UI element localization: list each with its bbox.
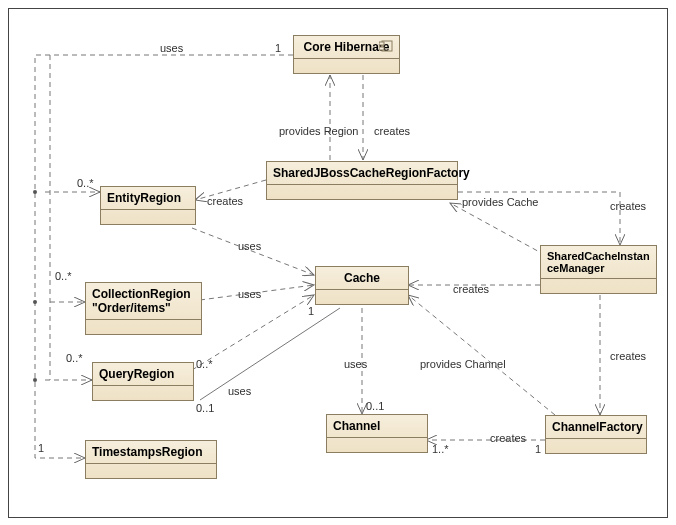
provides-cache-label: provides Cache — [462, 196, 538, 208]
entity-region-class: EntityRegion — [100, 186, 196, 225]
creates-label: creates — [374, 125, 410, 137]
mult-ts-zeroone: 0..1 — [196, 402, 214, 414]
channelfactory-title: ChannelFactory — [546, 416, 646, 439]
mult-cache-one: 1 — [308, 305, 314, 317]
svg-rect-4 — [379, 42, 384, 45]
creates-label-5: creates — [610, 350, 646, 362]
mult-core-one: 1 — [275, 42, 281, 54]
collection-title: CollectionRegion "Order/items" — [86, 283, 201, 320]
mult-cfactory-one: 1 — [535, 443, 541, 455]
uses-label-3: uses — [238, 240, 261, 252]
query-title: QueryRegion — [93, 363, 193, 386]
mult-timestamps-one: 1 — [38, 442, 44, 454]
mult-entity-many: 0..* — [77, 177, 94, 189]
collection-region-class: CollectionRegion "Order/items" — [85, 282, 202, 335]
manager-title: SharedCacheInstanceManager — [541, 246, 656, 279]
mult-query-many: 0..* — [66, 352, 83, 364]
mult-query-zero: 0..* — [196, 358, 213, 370]
uses-label: uses — [160, 42, 183, 54]
uses-label-2: uses — [344, 358, 367, 370]
uses-label-4: uses — [238, 288, 261, 300]
shared-cache-instance-manager-class: SharedCacheInstanceManager — [540, 245, 657, 294]
diagram-canvas: Factory --> Core --> EntityRegion --> Sh… — [0, 0, 676, 525]
uses-label-5: uses — [228, 385, 251, 397]
creates-label-4: creates — [453, 283, 489, 295]
mult-channel-zeroone: 0..1 — [366, 400, 384, 412]
shared-region-factory-class: SharedJBossCacheRegionFactory — [266, 161, 458, 200]
creates-label-6: creates — [490, 432, 526, 444]
creates-label-2: creates — [207, 195, 243, 207]
entity-title: EntityRegion — [101, 187, 195, 210]
channel-title: Channel — [327, 415, 427, 438]
svg-rect-5 — [379, 47, 384, 50]
factory-title: SharedJBossCacheRegionFactory — [267, 162, 457, 185]
provides-channel-label: provides Channel — [420, 358, 506, 370]
timestamps-title: TimestampsRegion — [86, 441, 216, 464]
mult-channel-oneplus: 1..* — [432, 443, 449, 455]
component-icon — [379, 40, 393, 52]
mult-collection-many: 0..* — [55, 270, 72, 282]
channel-class: Channel — [326, 414, 428, 453]
core-hibernate-component: Core Hibernate — [293, 35, 400, 74]
provides-region-label: provides Region — [279, 125, 359, 137]
cache-class: Cache — [315, 266, 409, 305]
timestamps-region-class: TimestampsRegion — [85, 440, 217, 479]
creates-label-3: creates — [610, 200, 646, 212]
cache-title: Cache — [316, 267, 408, 290]
channel-factory-class: ChannelFactory — [545, 415, 647, 454]
query-region-class: QueryRegion — [92, 362, 194, 401]
